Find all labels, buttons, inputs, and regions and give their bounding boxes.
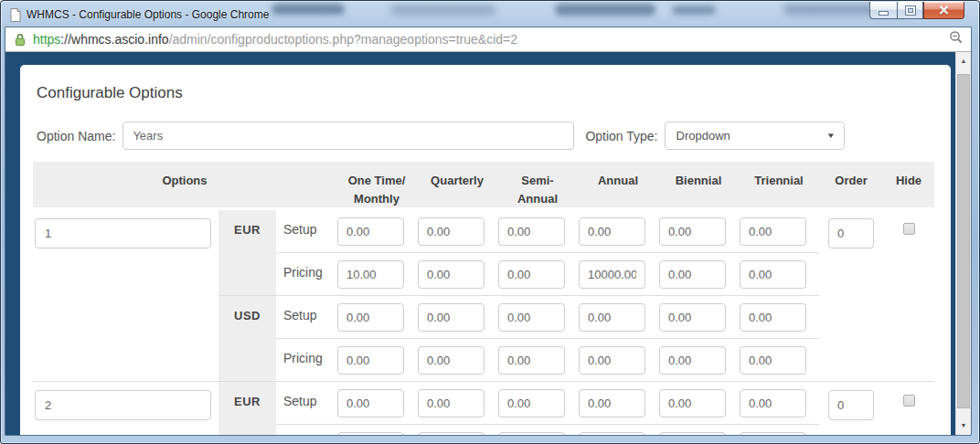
pricing-row-label: Pricing	[276, 424, 336, 435]
pricing-price-input[interactable]	[579, 260, 645, 289]
header-order: Order	[819, 162, 883, 210]
vertical-scrollbar: ▲ ▼	[955, 52, 971, 435]
option-name-input[interactable]	[122, 122, 574, 150]
page-background: Configurable Options Option Name: Option…	[5, 52, 971, 435]
hide-checkbox[interactable]	[903, 223, 915, 235]
pricing-price-input[interactable]	[418, 346, 485, 375]
setup-price-input[interactable]	[498, 389, 565, 418]
setup-price-input[interactable]	[337, 217, 404, 246]
header-annual: Annual	[578, 162, 658, 210]
close-icon	[939, 5, 949, 15]
url-bar[interactable]: https://whmcs.ascio.info/admin/configpro…	[15, 32, 943, 47]
url-scheme: https	[33, 32, 60, 47]
scrollbar-down-icon[interactable]: ▼	[956, 418, 971, 432]
pricing-price-input[interactable]	[740, 260, 806, 289]
table-header-row: Options One Time/ Monthly Quarterly Semi…	[33, 162, 934, 210]
url-host: ://whmcs.ascio.info	[60, 32, 168, 47]
chevron-down-icon: ▼	[826, 132, 835, 140]
pricing-price-input[interactable]	[659, 432, 726, 435]
setup-price-input[interactable]	[498, 217, 565, 246]
setup-row-label: Setup	[276, 295, 336, 338]
magnifier-icon[interactable]	[949, 30, 964, 48]
header-hide: Hide	[883, 162, 934, 210]
pricing-price-input[interactable]	[418, 432, 485, 435]
titlebar-reflection	[555, 4, 655, 16]
setup-price-input[interactable]	[740, 303, 806, 332]
setup-price-input[interactable]	[579, 389, 645, 418]
option-value-input[interactable]	[35, 390, 211, 420]
pricing-price-input[interactable]	[337, 260, 404, 289]
currency-label: EUR	[218, 381, 276, 435]
setup-price-input[interactable]	[740, 389, 806, 418]
setup-row-label: Setup	[276, 210, 336, 252]
setup-price-input[interactable]	[498, 303, 565, 332]
header-quarterly: Quarterly	[417, 162, 497, 210]
option-type-select[interactable]: Dropdown ▼	[665, 122, 845, 150]
hide-checkbox[interactable]	[903, 395, 915, 407]
table-row: EUR Setup	[33, 381, 934, 424]
setup-price-input[interactable]	[418, 217, 485, 246]
header-triennial: Triennial	[739, 162, 819, 210]
table-row: EUR Setup	[33, 210, 934, 252]
page-favicon-icon	[10, 8, 21, 26]
window-title: WHMCS - Configurable Options - Google Ch…	[27, 8, 269, 21]
header-onetime-monthly: One Time/ Monthly	[336, 162, 417, 210]
scrollbar-up-icon[interactable]: ▲	[956, 54, 971, 68]
setup-price-input[interactable]	[579, 217, 645, 246]
url-path: /admin/configproductoptions.php?manageop…	[169, 32, 517, 47]
browser-toolbar: https://whmcs.ascio.info/admin/configpro…	[5, 27, 971, 52]
pricing-row-label: Pricing	[276, 338, 336, 381]
option-form-row: Option Name: Option Type: Dropdown ▼	[33, 122, 938, 150]
minimize-button[interactable]	[869, 2, 897, 19]
option-type-label: Option Type:	[585, 129, 657, 143]
titlebar[interactable]: WHMCS - Configurable Options - Google Ch…	[6, 2, 972, 26]
minimize-icon	[879, 12, 888, 15]
header-biennial: Biennial	[658, 162, 739, 210]
titlebar-reflection	[672, 5, 716, 15]
configurable-options-panel: Configurable Options Option Name: Option…	[20, 65, 951, 435]
pricing-price-input[interactable]	[498, 346, 565, 375]
option-value-input[interactable]	[35, 218, 211, 248]
pricing-price-input[interactable]	[337, 346, 404, 375]
pricing-price-input[interactable]	[579, 432, 645, 435]
pricing-price-input[interactable]	[418, 260, 485, 289]
pricing-price-input[interactable]	[740, 346, 806, 375]
setup-price-input[interactable]	[659, 303, 726, 332]
header-options: Options	[33, 162, 336, 210]
option-type-value: Dropdown	[676, 129, 730, 143]
padlock-icon[interactable]	[15, 33, 26, 47]
order-input[interactable]	[828, 218, 874, 248]
pricing-price-input[interactable]	[740, 432, 806, 435]
currency-label: USD	[218, 295, 276, 381]
pricing-price-input[interactable]	[498, 432, 565, 435]
pricing-price-input[interactable]	[579, 346, 645, 375]
pricing-price-input[interactable]	[659, 346, 726, 375]
setup-price-input[interactable]	[418, 389, 485, 418]
header-semi-annual: Semi-Annual	[497, 162, 578, 210]
pricing-price-input[interactable]	[659, 260, 726, 289]
setup-price-input[interactable]	[337, 389, 404, 418]
order-input[interactable]	[828, 390, 874, 420]
close-button[interactable]	[923, 2, 964, 19]
pricing-row-label: Pricing	[276, 252, 336, 295]
pricing-price-input[interactable]	[337, 432, 404, 435]
setup-price-input[interactable]	[579, 303, 645, 332]
options-pricing-table: Options One Time/ Monthly Quarterly Semi…	[33, 162, 934, 435]
maximize-icon	[906, 6, 915, 15]
pricing-price-input[interactable]	[498, 260, 565, 289]
page-viewport: Configurable Options Option Name: Option…	[5, 52, 955, 435]
maximize-button[interactable]	[897, 2, 923, 19]
titlebar-reflection	[390, 5, 495, 15]
setup-price-input[interactable]	[418, 303, 485, 332]
titlebar-reflection	[272, 4, 345, 15]
setup-price-input[interactable]	[337, 303, 404, 332]
setup-price-input[interactable]	[659, 389, 726, 418]
setup-price-input[interactable]	[740, 217, 806, 246]
scrollbar-thumb[interactable]	[957, 74, 970, 408]
option-name-label: Option Name:	[37, 129, 115, 143]
page-title: Configurable Options	[37, 84, 938, 102]
setup-row-label: Setup	[276, 381, 336, 424]
currency-label: EUR	[218, 210, 276, 295]
browser-window: WHMCS - Configurable Options - Google Ch…	[0, 0, 980, 444]
setup-price-input[interactable]	[659, 217, 726, 246]
